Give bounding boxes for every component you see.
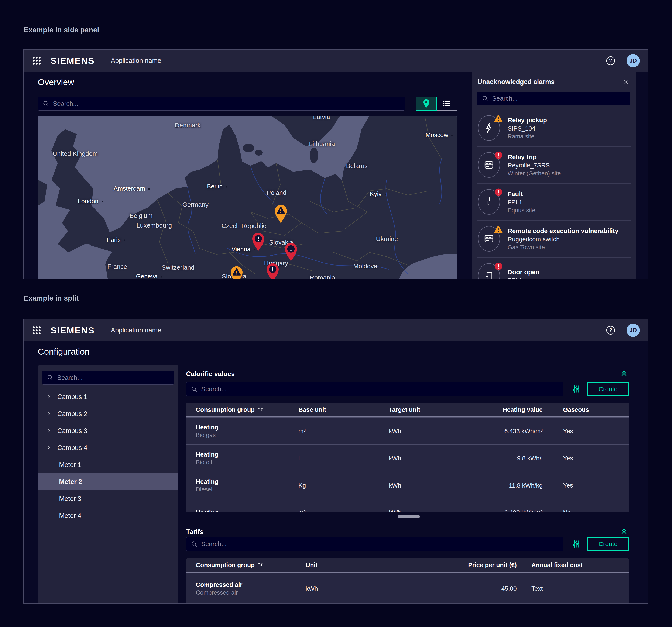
critical-map-marker[interactable] <box>284 242 298 262</box>
alarm-title: Door open <box>508 268 539 276</box>
app-header: SIEMENS Application name ? JD <box>24 319 648 341</box>
avatar[interactable]: JD <box>627 54 640 67</box>
tree-item-meter-1[interactable]: Meter 1 <box>38 456 178 473</box>
map-label-city: Kyiv <box>370 191 386 198</box>
europe-map[interactable]: LatviaDenmarkMoscowLithuaniaUnited Kingd… <box>38 116 457 279</box>
table-header-row: Consumption group Unit Price per unit (€… <box>186 558 629 573</box>
table-row[interactable]: Compressed airCompressed air kWh 45.00 T… <box>186 573 629 604</box>
map-label-city: Moscow <box>426 132 453 139</box>
table-row[interactable]: Heating m³ kWh 6.433 kWh/m³ No <box>186 499 629 512</box>
search-placeholder: Search... <box>201 385 226 393</box>
alarm-device: SIPS_104 <box>508 124 547 132</box>
avatar[interactable]: JD <box>627 324 640 337</box>
map-label-country: Switzerland <box>162 264 194 271</box>
horizontal-scrollbar[interactable] <box>398 515 420 518</box>
tree-item-meter-2[interactable]: Meter 2 <box>38 473 178 490</box>
app-switcher-icon[interactable] <box>32 325 42 335</box>
alarm-title: Remote code execution vulnerability <box>508 227 619 235</box>
view-toggle <box>416 97 457 110</box>
map-label-country: United Kingdom <box>52 150 98 157</box>
tree-item-label: Campus 1 <box>57 393 87 401</box>
tree-item-label: Campus 2 <box>57 410 87 418</box>
tree-item-campus-3[interactable]: Campus 3 <box>38 422 178 440</box>
alarms-side-panel: Unacknowledged alarms Search... <box>472 72 636 279</box>
map-label-country: Denmark <box>175 122 201 129</box>
collapse-section-icon[interactable] <box>620 527 628 535</box>
svg-text:?: ? <box>609 57 612 64</box>
critical-badge-icon <box>495 262 503 270</box>
map-label-city: Paris <box>106 236 125 244</box>
critical-map-marker[interactable] <box>266 262 280 279</box>
alarm-site: Equus site <box>508 206 535 215</box>
collapse-section-icon[interactable] <box>620 369 628 377</box>
close-icon[interactable] <box>621 78 630 86</box>
tree-item-campus-1[interactable]: Campus 1 <box>38 388 178 405</box>
create-button[interactable]: Create <box>587 382 629 396</box>
warning-map-marker[interactable] <box>230 266 244 279</box>
table-row[interactable]: HeatingDiesel Kg kWh 11.8 kWh/kg Yes <box>186 472 629 499</box>
critical-badge-icon <box>495 151 503 159</box>
warning-badge-icon <box>494 115 503 123</box>
alarm-list-item[interactable]: Relay pickup SIPS_104 Rama site <box>477 110 631 147</box>
configuration-content: Calorific values Search... Create Consum… <box>186 365 629 604</box>
filter-icon[interactable] <box>571 384 581 394</box>
list-view-button[interactable] <box>436 97 457 110</box>
chevron-right-icon <box>46 428 51 434</box>
map-view-button[interactable] <box>416 97 437 110</box>
map-label-country: Romania <box>310 274 335 279</box>
calorific-search-input[interactable]: Search... <box>186 382 563 396</box>
map-label-country: Poland <box>267 189 286 196</box>
alarm-site: Gas Town site <box>508 243 619 251</box>
table-row[interactable]: HeatingBio gas m³ kWh 6.433 kWh/m³ Yes <box>186 417 629 445</box>
filter-icon[interactable] <box>571 539 581 549</box>
map-label-country: Belgium <box>129 212 152 219</box>
app-switcher-icon[interactable] <box>32 56 42 66</box>
warning-badge-icon <box>494 225 503 233</box>
tree-item-campus-2[interactable]: Campus 2 <box>38 405 178 422</box>
map-label-city: Berlin <box>207 183 227 190</box>
alarms-search-input[interactable]: Search... <box>477 92 630 105</box>
warning-map-marker[interactable] <box>274 204 288 224</box>
alarm-list-item[interactable]: Door open FPI 1 <box>477 258 631 279</box>
tarifs-search-input[interactable]: Search... <box>186 537 563 551</box>
alarm-device: Ruggedcom switch <box>508 235 619 243</box>
map-search-input[interactable]: Search... <box>38 97 405 110</box>
map-label-country: France <box>107 263 127 270</box>
column-consumption-group[interactable]: Consumption group <box>196 561 306 569</box>
app-header: SIEMENS Application name ? JD <box>24 50 648 72</box>
configuration-window: SIEMENS Application name ? JD Configurat… <box>23 319 648 604</box>
search-placeholder: Search... <box>53 100 78 107</box>
sort-icon <box>257 406 264 413</box>
tree-item-campus-4[interactable]: Campus 4 <box>38 440 178 456</box>
map-label-city: Amsterdam <box>114 185 150 192</box>
map-label-city: Geneva <box>136 273 162 279</box>
alarm-list-item[interactable]: Relay trip Reyrolle_7SRS Winter (Gethen)… <box>477 147 631 184</box>
help-icon[interactable]: ? <box>606 325 616 335</box>
column-gaseous: Gaseous <box>543 406 619 413</box>
critical-map-marker[interactable] <box>251 232 265 252</box>
critical-badge-icon <box>495 188 503 196</box>
column-price-per-unit: Price per unit (€) <box>425 561 517 569</box>
table-row[interactable]: HeatingBio oil l kWh 9.8 kWh/l Yes <box>186 445 629 472</box>
create-button[interactable]: Create <box>587 537 629 551</box>
tree-item-meter-3[interactable]: Meter 3 <box>38 490 178 507</box>
alarm-list-item[interactable]: Remote code execution vulnerability Rugg… <box>477 221 631 258</box>
search-icon <box>43 100 49 107</box>
example-side-panel-label: Example in side panel <box>24 26 99 34</box>
page-title: Configuration <box>38 347 90 357</box>
siemens-logo: SIEMENS <box>51 56 95 66</box>
alarm-list-item[interactable]: Fault FPI 1 Equus site <box>477 184 631 221</box>
column-base-unit: Base unit <box>298 406 389 413</box>
alarm-title: Fault <box>508 190 535 198</box>
help-icon[interactable]: ? <box>606 56 616 66</box>
overview-toolbar: Search... <box>38 97 457 110</box>
tree-item-meter-4[interactable]: Meter 4 <box>38 507 178 524</box>
search-icon <box>47 374 53 381</box>
tree-search-input[interactable]: Search... <box>42 371 174 384</box>
alarm-title: Relay trip <box>508 153 561 161</box>
alarms-panel-title: Unacknowledged alarms <box>477 78 555 86</box>
calorific-table: Consumption group Base unit Target unit … <box>186 403 629 512</box>
siemens-logo: SIEMENS <box>51 325 95 335</box>
map-label-city: London <box>78 198 103 205</box>
column-consumption-group[interactable]: Consumption group <box>196 406 298 413</box>
